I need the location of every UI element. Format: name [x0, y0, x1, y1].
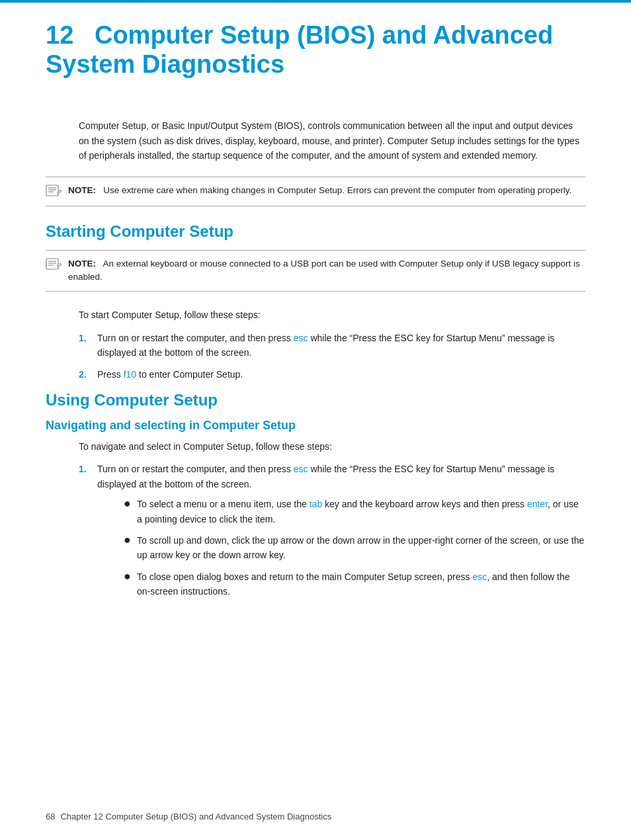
step1-link1: esc — [294, 333, 308, 343]
nav-step1-text-before: Turn on or restart the computer, and the… — [97, 464, 294, 474]
starting-step-1: 1. Turn on or restart the computer, and … — [79, 331, 585, 360]
note-content-2: An external keyboard or mouse connected … — [68, 259, 580, 282]
step-text-2: Press f10 to enter Computer Setup. — [97, 367, 585, 382]
footer-page-number: 68 — [46, 812, 55, 821]
content-area: 12 Computer Setup (BIOS) and Advanced Sy… — [0, 3, 631, 654]
note-icon-2 — [46, 258, 64, 273]
intro-paragraph: Computer Setup, or Basic Input/Output Sy… — [79, 118, 585, 163]
note-icon-1 — [46, 185, 64, 199]
nav-step-1: 1. Turn on or restart the computer, and … — [79, 462, 585, 605]
nav-step-text-1: Turn on or restart the computer, and the… — [97, 462, 585, 605]
bullet-text-1: To select a menu or a menu item, use the… — [137, 497, 585, 526]
bullet1-link1: tab — [310, 499, 322, 509]
chapter-number-text: 12 — [46, 21, 73, 49]
svg-rect-4 — [46, 259, 58, 269]
bullet3-link1: esc — [472, 571, 487, 582]
note-label-2: NOTE: — [68, 259, 96, 269]
note-content-1: Use extreme care when making changes in … — [103, 185, 571, 195]
svg-rect-0 — [46, 185, 58, 196]
nav-steps-list: 1. Turn on or restart the computer, and … — [79, 462, 585, 605]
chapter-heading: 12 Computer Setup (BIOS) and Advanced Sy… — [46, 21, 585, 79]
using-section-heading: Using Computer Setup — [46, 391, 585, 409]
note-box-2: NOTE: An external keyboard or mouse conn… — [46, 250, 585, 292]
bullet-dot-2: ● — [124, 533, 137, 548]
starting-step-2: 2. Press f10 to enter Computer Setup. — [79, 367, 585, 382]
bullet-item-2: ● To scroll up and down, click the up ar… — [124, 533, 585, 563]
bullet-dot-1: ● — [124, 497, 137, 511]
step2-text-after: to enter Computer Setup. — [136, 369, 243, 380]
bullet1-link2: enter — [527, 499, 548, 509]
starting-section-heading: Starting Computer Setup — [46, 222, 585, 241]
step-num-2: 2. — [79, 367, 97, 382]
nav-step1-link1: esc — [294, 464, 308, 474]
note-svg-icon — [46, 185, 63, 199]
nav-sub-heading: Navigating and selecting in Computer Set… — [46, 419, 585, 433]
page-container: 12 Computer Setup (BIOS) and Advanced Sy… — [0, 0, 631, 840]
note-box-1: NOTE: Use extreme care when making chang… — [46, 177, 585, 206]
page-footer: 68 Chapter 12 Computer Setup (BIOS) and … — [46, 812, 585, 821]
chapter-title-text: Computer Setup (BIOS) and Advanced Syste… — [46, 21, 553, 78]
step-text-1: Turn on or restart the computer, and the… — [97, 331, 585, 360]
bullet-text-2: To scroll up and down, click the up arro… — [137, 533, 585, 563]
starting-intro-text: To start Computer Setup, follow these st… — [79, 308, 585, 322]
note-text-1: NOTE: Use extreme care when making chang… — [68, 184, 571, 198]
footer-text: Chapter 12 Computer Setup (BIOS) and Adv… — [60, 812, 331, 821]
bullet1-text-before: To select a menu or a menu item, use the — [137, 499, 310, 509]
bullet-text-3: To close open dialog boxes and return to… — [137, 569, 585, 599]
chapter-number: 12 Computer Setup (BIOS) and Advanced Sy… — [46, 21, 585, 79]
step1-text-before: Turn on or restart the computer, and the… — [97, 333, 294, 343]
step2-text-before: Press — [97, 369, 124, 380]
bullet1-text-after: key and the keyboard arrow keys and then… — [322, 499, 527, 509]
note-label-1: NOTE: — [68, 185, 96, 195]
bullet-item-3: ● To close open dialog boxes and return … — [124, 569, 585, 599]
bullet-item-1: ● To select a menu or a menu item, use t… — [124, 497, 585, 526]
note-svg-icon-2 — [46, 258, 63, 273]
starting-steps-list: 1. Turn on or restart the computer, and … — [79, 331, 585, 382]
bullet3-text-before: To close open dialog boxes and return to… — [137, 571, 472, 582]
nav-intro-text: To navigate and select in Computer Setup… — [79, 439, 585, 454]
nav-step-num-1: 1. — [79, 462, 97, 476]
bullet-dot-3: ● — [124, 569, 137, 584]
nav-bullet-list: ● To select a menu or a menu item, use t… — [124, 497, 585, 599]
step2-link1: f10 — [124, 369, 136, 380]
note-text-2: NOTE: An external keyboard or mouse conn… — [68, 257, 585, 285]
step-num-1: 1. — [79, 331, 97, 345]
